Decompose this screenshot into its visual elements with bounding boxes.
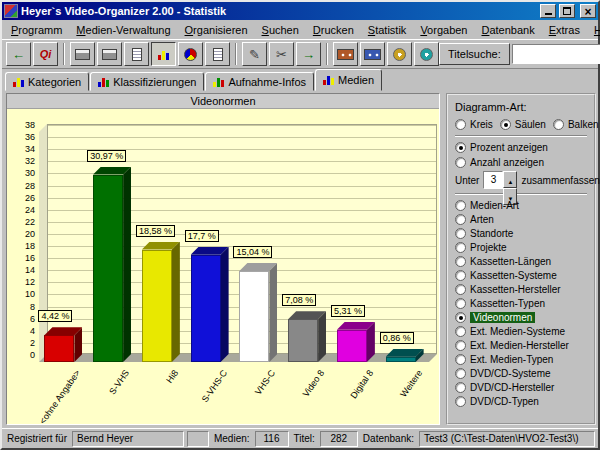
audio-cassette-button[interactable] — [360, 42, 385, 66]
radio-label: Säulen — [515, 119, 546, 130]
value-label: 4,42 % — [38, 310, 72, 322]
chart-icon — [213, 77, 224, 87]
y-tick-label: 16 — [7, 253, 35, 263]
threshold-suffix: zusammenfassen — [521, 175, 599, 186]
printer-icon — [102, 49, 117, 60]
diagram-type-balken[interactable]: Balken — [553, 117, 599, 131]
bar-front-face — [337, 330, 367, 362]
title-search-input[interactable] — [512, 44, 600, 64]
mini-bar-icon — [162, 51, 165, 60]
program-info-button[interactable]: Qi — [33, 42, 58, 66]
datenbank-value: Test3 (C:\Test-Daten\HVO2-Test3\) — [419, 431, 595, 447]
plot-area: 4,42 %30,97 %18,58 %17,7 %15,04 %7,08 %5… — [39, 124, 437, 362]
y-tick-label: 22 — [7, 217, 35, 227]
gridline — [48, 125, 436, 126]
display-mode-prozent-anzeigen[interactable]: Prozent anzeigen — [455, 140, 587, 155]
mini-bar-icon — [221, 80, 224, 87]
cut-button[interactable] — [269, 42, 294, 66]
spinner-buttons — [503, 171, 517, 189]
bar-front-face — [191, 255, 221, 362]
pie-icon — [184, 48, 197, 61]
diagram-type-group: KreisSäulenBalken — [455, 117, 587, 131]
statistic-category-kassetten-systeme[interactable]: Kassetten-Systeme — [455, 268, 587, 282]
tab-klassifizierungen[interactable]: Klassifizierungen — [90, 72, 204, 91]
toolbar-button-group: Qi — [6, 42, 439, 66]
tab-medien[interactable]: Medien — [315, 69, 382, 91]
threshold-row: Unter 3 zusammenfassen — [455, 170, 587, 190]
maximize-button[interactable] — [559, 4, 575, 18]
edit-page-button[interactable] — [124, 42, 149, 66]
menu-item-extras[interactable]: Extras — [542, 22, 587, 38]
statistic-category-projekte[interactable]: Projekte — [455, 240, 587, 254]
statistic-category-dvd-cd-hersteller[interactable]: DVD/CD-Hersteller — [455, 380, 587, 394]
maximize-icon — [563, 7, 571, 15]
mini-bar-icon — [323, 80, 326, 85]
edit-pencil-button[interactable] — [242, 42, 267, 66]
menu-item-datenbank[interactable]: Datenbank — [474, 22, 541, 38]
statistic-category-arten[interactable]: Arten — [455, 212, 587, 226]
arrow-green-icon — [302, 47, 315, 62]
threshold-spinner: 3 — [483, 171, 517, 189]
disc-icon — [393, 48, 406, 61]
bar-front-face — [386, 357, 416, 362]
refresh-button[interactable] — [296, 42, 321, 66]
radio-icon — [455, 396, 466, 407]
tab-label: Klassifizierungen — [113, 76, 196, 88]
menu-item-statistik[interactable]: Statistik — [361, 22, 414, 38]
video-cassette-button[interactable] — [333, 42, 358, 66]
cd-button[interactable] — [387, 42, 412, 66]
statistic-category-ext-medien-systeme[interactable]: Ext. Medien-Systeme — [455, 324, 587, 338]
radio-label: Kassetten-Typen — [470, 298, 545, 309]
threshold-value[interactable]: 3 — [483, 171, 503, 189]
bar-front-face — [93, 175, 123, 362]
radio-label: Ext. Medien-Typen — [470, 354, 553, 365]
minimize-button[interactable] — [540, 4, 556, 18]
bar-weitere — [386, 349, 424, 362]
statistic-category-dvd-cd-typen[interactable]: DVD/CD-Typen — [455, 394, 587, 408]
cassette-icon — [337, 49, 354, 60]
report-button[interactable] — [205, 42, 230, 66]
options-panel: Diagramm-Art: KreisSäulenBalken Prozent … — [446, 93, 596, 425]
print-button[interactable] — [70, 42, 95, 66]
value-label: 15,04 % — [233, 246, 272, 258]
statistic-category-medien-art[interactable]: Medien-Art — [455, 198, 587, 212]
statistic-category-ext-medien-hersteller[interactable]: Ext. Medien-Hersteller — [455, 338, 587, 352]
radio-label: DVD/CD-Typen — [470, 396, 539, 407]
diagram-type-s-ulen[interactable]: Säulen — [500, 117, 546, 131]
statistic-category-kassetten-l-ngen[interactable]: Kassetten-Längen — [455, 254, 587, 268]
value-label: 17,7 % — [185, 230, 219, 242]
mini-bar-icon — [158, 55, 161, 60]
tab-aufnahme-infos[interactable]: Aufnahme-Infos — [205, 72, 314, 91]
mini-bar-icon — [166, 53, 169, 60]
display-mode-anzahl-anzeigen[interactable]: Anzahl anzeigen — [455, 155, 587, 170]
statistic-category-videonormen[interactable]: Videonormen — [455, 310, 587, 324]
y-tick-label: 14 — [7, 265, 35, 275]
bar-side-face — [269, 263, 277, 362]
menu-item-suchen[interactable]: Suchen — [255, 22, 306, 38]
tab-kategorien[interactable]: Kategorien — [5, 72, 89, 91]
statistic-category-dvd-cd-systeme[interactable]: DVD/CD-Systeme — [455, 366, 587, 380]
pie-chart-button[interactable] — [178, 42, 203, 66]
statistic-category-kassetten-typen[interactable]: Kassetten-Typen — [455, 296, 587, 310]
menu-item-vorgaben[interactable]: Vorgaben — [413, 22, 474, 38]
menu-item-medien-verwaltung[interactable]: Medien-Verwaltung — [69, 22, 177, 38]
statistic-category-standorte[interactable]: Standorte — [455, 226, 587, 240]
exit-button[interactable] — [6, 42, 31, 66]
spin-up-button[interactable] — [503, 171, 517, 188]
dvd-button[interactable] — [414, 42, 439, 66]
menu-item-drucken[interactable]: Drucken — [306, 22, 361, 38]
radio-icon — [455, 354, 466, 365]
menu-item-hilfe[interactable]: Hilfe — [587, 22, 600, 38]
title-search-button[interactable]: Titelsuche: — [439, 43, 510, 65]
radio-icon — [455, 340, 466, 351]
statistic-category-kassetten-hersteller[interactable]: Kassetten-Hersteller — [455, 282, 587, 296]
menu-item-programm[interactable]: Programm — [4, 22, 69, 38]
close-button[interactable] — [580, 4, 596, 18]
radio-icon — [455, 312, 466, 323]
statistic-category-ext-medien-typen[interactable]: Ext. Medien-Typen — [455, 352, 587, 366]
statistics-button[interactable] — [151, 42, 176, 66]
bar-digital-8 — [337, 322, 375, 362]
print-list-button[interactable] — [97, 42, 122, 66]
menu-item-organisieren[interactable]: Organisieren — [178, 22, 255, 38]
diagram-type-kreis[interactable]: Kreis — [455, 117, 493, 131]
